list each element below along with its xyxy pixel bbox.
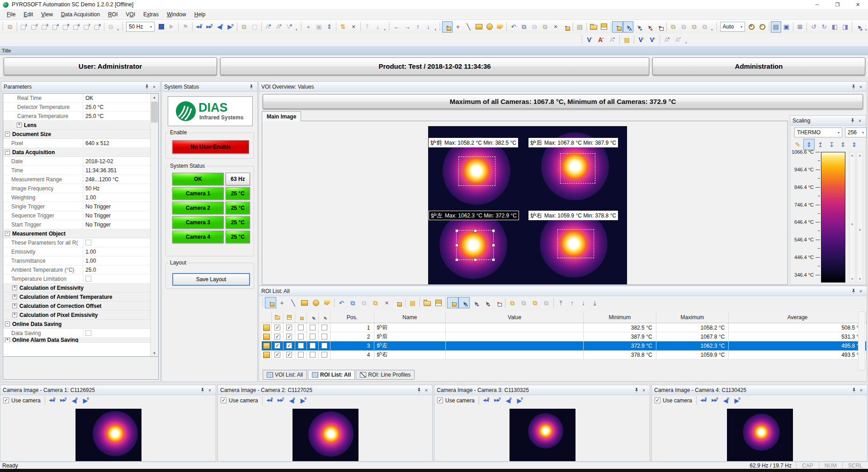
draw-point-icon[interactable]: +: [276, 297, 288, 308]
toolbar-overflow-icon[interactable]: ▾: [295, 22, 298, 32]
frequency-combo[interactable]: 50 Hz▾: [126, 22, 155, 32]
move-left-icon[interactable]: ←: [392, 21, 402, 33]
roi-add-alarm-icon[interactable]: [644, 21, 654, 33]
menu-edit[interactable]: Edit: [19, 10, 37, 19]
to-back-icon[interactable]: ⧉: [679, 21, 689, 33]
scale-spinner-max[interactable]: ▲ ▼ ▼: [849, 152, 855, 283]
column-header[interactable]: Maximum: [656, 312, 729, 323]
toolbar-grip[interactable]: [262, 298, 264, 307]
voi-add-icon[interactable]: V+: [584, 34, 595, 46]
roi-table-scrollbar[interactable]: [858, 312, 865, 370]
expand-icon[interactable]: −: [5, 132, 10, 137]
scale-spinner-min[interactable]: ▲ ▲ ▼: [857, 152, 863, 283]
roi-select-all-icon[interactable]: [623, 21, 633, 33]
to-front-icon[interactable]: ⧉: [507, 297, 518, 308]
menu-file[interactable]: File: [3, 10, 19, 19]
flip-horizontal-icon[interactable]: ◧: [830, 21, 840, 33]
resize-handle[interactable]: [455, 258, 458, 261]
alarm-add-disabled-icon[interactable]: A+: [607, 34, 618, 46]
trigger-flag-icon[interactable]: ⚑: [180, 21, 190, 33]
to-back-icon[interactable]: ⧉: [518, 297, 529, 308]
fit-image-icon[interactable]: ▣: [781, 21, 792, 33]
parameter-row[interactable]: +Online Alarm Data Saving: [3, 338, 150, 343]
checkbox-icon[interactable]: [321, 343, 327, 349]
window-1-icon[interactable]: ▢1: [19, 21, 29, 33]
alarm-clear-icon[interactable]: A×: [661, 34, 673, 46]
checkbox-icon[interactable]: [274, 334, 280, 340]
alarm-ack-icon[interactable]: A✓: [673, 34, 684, 46]
checkbox-icon[interactable]: [310, 343, 316, 349]
roi-image-label[interactable]: 炉后Max: 1067.8 °C Min: 387.9 °C: [528, 138, 618, 147]
expand-icon[interactable]: +: [12, 285, 17, 290]
close-icon[interactable]: ×: [151, 83, 158, 90]
updown-icon[interactable]: ⇕: [324, 21, 335, 33]
parameter-row[interactable]: Camera Temperature25.0 °C: [3, 112, 150, 121]
prev-image-icon[interactable]: ◀0: [215, 21, 225, 33]
open-column-icon[interactable]: [272, 312, 283, 323]
video-save-icon[interactable]: Va: [284, 21, 294, 33]
bring-forward-icon[interactable]: ⧉: [529, 297, 541, 308]
camera-image[interactable]: [509, 409, 576, 461]
select-cursor-icon[interactable]: [442, 21, 453, 33]
cursor-info-icon[interactable]: [854, 21, 864, 33]
roi-image-label[interactable]: 炉右Max: 1059.9 °C Min: 378.8 °C: [528, 211, 618, 220]
camera-image[interactable]: [727, 409, 793, 461]
move-down-icon[interactable]: ↓: [423, 21, 434, 33]
properties-icon[interactable]: ▤: [575, 21, 585, 33]
parameter-row[interactable]: +Calculation of Ambient Temperature: [3, 293, 150, 302]
rotate-right-icon[interactable]: ↻: [819, 21, 829, 33]
checkbox-icon[interactable]: [85, 276, 91, 282]
resize-handle[interactable]: [492, 244, 495, 247]
send-backward-icon[interactable]: ⧉: [699, 21, 710, 33]
roi-rectangle[interactable]: [560, 153, 595, 184]
checkbox-icon[interactable]: [310, 352, 316, 358]
delete-measure-icon[interactable]: ×: [348, 21, 359, 33]
save-column-icon[interactable]: [285, 313, 293, 321]
move-top-icon[interactable]: ⤒: [555, 297, 566, 308]
checkbox-icon[interactable]: [286, 352, 292, 358]
expand-icon[interactable]: +: [12, 294, 17, 299]
window-7-icon[interactable]: ▢7: [81, 21, 92, 33]
next-image-icon[interactable]: ▶0: [298, 395, 309, 406]
parameter-row[interactable]: Date2018-12-02: [3, 157, 150, 166]
close-button[interactable]: ✕: [848, 0, 868, 9]
voi-edit-icon[interactable]: ▤: [621, 34, 632, 46]
parameter-row[interactable]: Image Frequency50 Hz: [3, 184, 150, 193]
expand-icon[interactable]: −: [5, 150, 10, 155]
levels-combo[interactable]: 256▾: [845, 127, 867, 137]
draw-line-icon[interactable]: ╲: [463, 21, 473, 33]
column-header[interactable]: [262, 312, 272, 323]
scroll-down-icon[interactable]: ▼: [151, 349, 158, 357]
close-icon[interactable]: ×: [423, 387, 430, 393]
save-roi-icon[interactable]: [599, 21, 609, 33]
parameter-row[interactable]: Sequence TriggerNo Trigger: [3, 211, 150, 220]
window-layers-icon[interactable]: ⧉: [5, 21, 15, 33]
checkbox-icon[interactable]: [298, 325, 304, 330]
column-header[interactable]: Value: [446, 312, 584, 323]
alarm-add-icon[interactable]: A+: [595, 34, 607, 46]
parameter-row[interactable]: Time11:34:36.351: [3, 166, 150, 175]
zoom-combo[interactable]: Auto▾: [720, 22, 745, 32]
resize-handle[interactable]: [455, 229, 458, 232]
use-camera-checkbox[interactable]: [221, 397, 226, 403]
move-bottom-icon[interactable]: ⤓: [589, 297, 600, 308]
pin-icon[interactable]: [633, 387, 640, 393]
voi-save-icon[interactable]: Vs: [647, 34, 658, 46]
roi-add-icon[interactable]: [633, 21, 644, 33]
parameter-row[interactable]: −Data Acquisition: [3, 148, 150, 157]
roi-table-row[interactable]: 1炉前382.5 °C1058.2 °C508.5 °C: [262, 323, 867, 332]
resize-handle[interactable]: [474, 258, 477, 261]
prev-image-icon[interactable]: ◀0: [503, 395, 514, 406]
copy-icon[interactable]: ⧉: [347, 297, 359, 308]
open-column-icon[interactable]: [274, 313, 282, 321]
parameter-row[interactable]: +Calculation of Correction Offset: [3, 302, 150, 311]
parameter-row[interactable]: Measurement Range248...1200 °C: [3, 175, 150, 184]
window-4-icon[interactable]: ▢4: [50, 21, 61, 33]
delete-roi-icon[interactable]: ×: [550, 21, 561, 33]
toolbar-grip[interactable]: [122, 22, 124, 31]
prev-image-icon[interactable]: ◀0: [287, 395, 298, 406]
user-enable-button[interactable]: No User-Enable: [172, 140, 249, 154]
paste-icon[interactable]: ⧉: [529, 21, 540, 33]
toolbar-grip[interactable]: [388, 22, 391, 31]
scale-max-icon[interactable]: ↥: [815, 139, 826, 150]
